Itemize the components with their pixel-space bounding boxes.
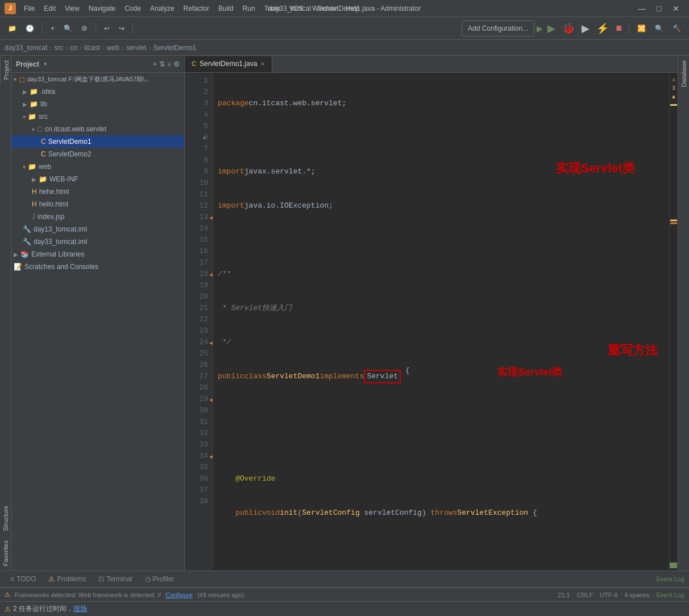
expand-arrow-lib: ▶ [23, 101, 27, 108]
notif-link[interactable]: 现场 [73, 605, 87, 613]
menu-code[interactable]: Code [121, 3, 144, 14]
code-line-5 [218, 234, 665, 246]
tree-label-day33: day33_tomcat F:\网盘下载\黑马JAVA57期\... [27, 75, 150, 84]
structure-side-label[interactable]: Structure [0, 501, 11, 536]
tree-item-day33iml[interactable]: 🔧 day33_tomcat.iml [11, 235, 184, 248]
maximize-button[interactable]: □ [650, 0, 667, 17]
tree-item-servletdemo1[interactable]: C ServletDemo1 [11, 135, 184, 148]
tree-item-indexjsp[interactable]: J index.jsp [11, 210, 184, 223]
tree-label-hehe: hehe.html [39, 188, 69, 196]
breadcrumb-web[interactable]: web [107, 44, 119, 52]
breadcrumb-root[interactable]: day33_tomcat [5, 44, 47, 52]
toolbar-build-button[interactable]: 🔨 [669, 20, 684, 36]
menu-navigate[interactable]: Navigate [85, 3, 119, 14]
breadcrumb-servlet[interactable]: servlet [126, 44, 146, 52]
line-ending[interactable]: CRLF [577, 592, 593, 598]
tree-item-idea[interactable]: ▶ 📁 .idea [11, 85, 184, 98]
menu-build[interactable]: Build [215, 3, 237, 14]
tab-profiler[interactable]: ◷ Profiler [139, 572, 180, 586]
fold-icon-6[interactable]: ▾ [202, 133, 206, 144]
tab-problems[interactable]: ⚠ Problems [43, 572, 92, 586]
notification-bar: ⚠ 2 任务运行过时间，现场 [0, 601, 689, 616]
menu-view[interactable]: View [61, 3, 83, 14]
breadcrumb-file[interactable]: ServletDemo1 [153, 44, 196, 52]
gutter-warnings[interactable]: ⚠ 3 ▲ [670, 73, 678, 103]
ln36: 36 [185, 473, 208, 485]
toolbar-git-button[interactable]: 🔀 [634, 20, 649, 36]
stop-button[interactable]: ■ [613, 22, 624, 34]
override-marker-29: ◀ [209, 395, 213, 406]
menu-run[interactable]: Run [239, 3, 259, 14]
menu-refactor[interactable]: Refactor [180, 3, 213, 14]
breadcrumb-src[interactable]: src [54, 44, 63, 52]
tree-item-day13iml[interactable]: 🔧 day13_tomcat.iml [11, 223, 184, 235]
module-icon: ◻ [19, 75, 25, 84]
coverage-button[interactable]: ▶ [579, 22, 592, 35]
toolbar-separator [42, 23, 43, 34]
notification-time: (49 minutes ago) [197, 592, 244, 598]
toolbar-undo-button[interactable]: ↩ [101, 20, 113, 36]
html-icon-hehe: H [32, 188, 37, 196]
tree-label-day33iml: day33_tomcat.iml [34, 238, 87, 246]
error-stripe-2 [670, 220, 677, 221]
project-dropdown-icon[interactable]: ▾ [44, 61, 47, 67]
tab-close-icon[interactable]: ✕ [260, 61, 265, 67]
ln2: 2 [185, 86, 208, 98]
toolbar-recent-button[interactable]: 🕐 [22, 20, 38, 36]
toolbar-new-button[interactable]: + [47, 20, 58, 36]
java-tab-icon: C [192, 60, 196, 67]
favorites-side-label[interactable]: Favorites [0, 536, 11, 570]
menu-edit[interactable]: Edit [40, 3, 59, 14]
tree-item-scratches[interactable]: 📝 Scratches and Consoles [11, 261, 184, 273]
debug-button[interactable]: 🐞 [560, 22, 577, 35]
tree-item-src[interactable]: ▾ 📁 src [11, 110, 184, 123]
encoding-status[interactable]: UTF-8 [600, 592, 617, 598]
database-side-label[interactable]: Database [678, 56, 689, 92]
toolbar-search2-button[interactable]: 🔍 [651, 20, 667, 36]
breadcrumb-cn[interactable]: cn [70, 44, 77, 52]
tree-item-hehe[interactable]: H hehe.html [11, 185, 184, 198]
run-button[interactable]: ▶ [545, 22, 558, 35]
tree-item-lib[interactable]: ▶ 📁 lib [11, 98, 184, 110]
close-button[interactable]: ✕ [667, 0, 684, 17]
tree-label-lib: lib [40, 100, 47, 108]
ln25: 25 [185, 348, 208, 359]
todo-label: TODO [16, 575, 36, 583]
toolbar-open-button[interactable]: 📁 [5, 20, 20, 36]
menu-file[interactable]: File [20, 3, 38, 14]
toolbar-search-button[interactable]: 🔍 [60, 20, 76, 36]
collapse-all-icon[interactable]: ≡ [167, 60, 171, 68]
tree-item-external-libs[interactable]: ▶ 📚 External Libraries [11, 248, 184, 261]
profile-button[interactable]: ⚡ [594, 22, 611, 35]
project-side-label[interactable]: Project [0, 56, 11, 84]
event-log-label[interactable]: Event Log [656, 576, 684, 582]
tab-terminal[interactable]: ⊡ Terminal [93, 572, 138, 586]
tab-servletdemo1[interactable]: C ServletDemo1.java ✕ [185, 56, 272, 72]
code-content[interactable]: package cn.itcast.web.servlet; import ja… [213, 73, 669, 570]
code-editor[interactable]: 1 2 3 4 5 6 ▾ 7 8 9 10 11 12 13 ◀ ▾ [185, 73, 678, 570]
tree-item-servletdemo2[interactable]: C ServletDemo2 [11, 148, 184, 160]
tree-item-day33-tomcat[interactable]: ▾ ◻ day33_tomcat F:\网盘下载\黑马JAVA57期\... [11, 73, 184, 85]
toolbar-separator2 [96, 23, 96, 34]
add-icon[interactable]: + [153, 60, 157, 68]
tree-item-web[interactable]: ▾ 📁 web [11, 160, 184, 173]
event-log-status[interactable]: Event Log [656, 592, 684, 598]
minimize-button[interactable]: — [633, 0, 650, 17]
tab-todo[interactable]: ≡ TODO [5, 572, 41, 586]
tree-item-hello[interactable]: H hello.html [11, 198, 184, 210]
ln34: 34 ◀ ▾ [185, 450, 208, 462]
indent-status[interactable]: 4 spaces [624, 592, 649, 598]
up-arrow-icon[interactable]: ▲ [672, 94, 675, 100]
run-config-button[interactable]: Add Configuration... [462, 20, 534, 36]
toolbar-settings-button[interactable]: ⚙ [78, 20, 91, 36]
breadcrumb-sep5: › [122, 44, 124, 52]
iml-icon-day13: 🔧 [23, 225, 31, 233]
menu-analyze[interactable]: Analyze [147, 3, 178, 14]
expand-all-icon[interactable]: ⇅ [159, 60, 165, 68]
breadcrumb-itcast[interactable]: itcast [84, 44, 100, 52]
settings-icon[interactable]: ⚙ [173, 60, 180, 68]
tree-item-webinf[interactable]: ▶ 📁 WEB-INF [11, 173, 184, 185]
tree-item-package[interactable]: ▾ ⬡ cn.itcast.web.servlet [11, 123, 184, 135]
toolbar-redo-button[interactable]: ↪ [115, 20, 128, 36]
configure-link[interactable]: Configure [165, 592, 193, 598]
